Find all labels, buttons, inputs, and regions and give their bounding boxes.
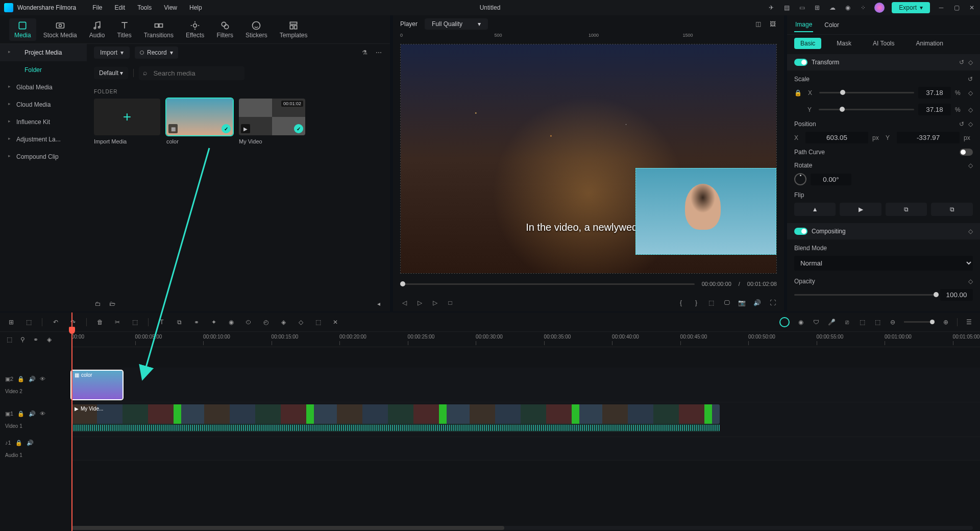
audio1-icon[interactable]: ♪1 [5,440,11,446]
playback-slider[interactable] [400,283,695,285]
snapshot-icon[interactable]: 📷 [738,299,746,306]
color-wheel-icon[interactable]: ◉ [227,319,235,326]
prev-frame-icon[interactable]: ◁ [400,299,408,306]
split-icon[interactable]: ✕ [331,319,339,326]
ai-icon[interactable]: ✦ [210,319,218,326]
mixer-icon[interactable]: ⎚ [843,319,851,326]
tab-transitions[interactable]: Transitions [139,18,179,41]
track2-lock-icon[interactable]: 🔒 [17,376,24,382]
redo-icon[interactable]: ↷ [69,319,77,326]
subtab-animation[interactable]: Animation [910,38,949,49]
send-icon[interactable]: ✈ [767,4,775,12]
volume-icon[interactable]: 🔊 [753,299,762,306]
tab-media[interactable]: Media [9,18,36,41]
preview-pip-clip[interactable] [635,168,776,255]
track-menu-icon[interactable]: ⬚ [5,336,13,343]
keyframe-opacity-icon[interactable]: ◇ [968,278,973,285]
link-toggle-icon[interactable]: ⚭ [32,336,40,343]
zoom-out-icon[interactable]: ⊖ [889,319,897,326]
reset-scale-icon[interactable]: ↺ [968,76,973,83]
play-pause-icon[interactable]: ▷ [415,299,424,306]
opacity-input[interactable] [940,289,973,301]
text-icon[interactable]: T [158,319,166,326]
sidebar-influence-kit[interactable]: Influence Kit [0,113,87,131]
transform-toggle[interactable] [794,59,807,66]
opacity-slider[interactable] [794,294,936,296]
record-timeline-icon[interactable] [779,317,790,327]
sidebar-folder[interactable]: Folder [0,61,87,79]
folder-icon[interactable]: 🗁 [108,300,116,307]
tab-titles[interactable]: Titles [112,18,136,41]
import-media-tile[interactable]: + Import Media [94,99,160,144]
crop-tl-icon[interactable]: ⬚ [131,319,139,326]
lock-scale-icon[interactable]: 🔒 [794,89,802,96]
position-y-input[interactable] [897,132,960,143]
news-icon[interactable]: ▤ [782,4,791,12]
record-button[interactable]: Record▾ [135,46,178,59]
menu-edit[interactable]: Edit [109,4,132,11]
new-folder-icon[interactable]: 🗀 [94,300,102,307]
voiceover-icon[interactable]: ◉ [797,319,805,326]
menu-help[interactable]: Help [183,4,208,11]
zoom-in-icon[interactable]: ⊕ [942,319,950,326]
timeline-ruler[interactable]: 00:00 00:00:05:00 00:00:10:00 00:00:15:0… [71,332,980,347]
stop-icon[interactable]: □ [446,299,454,306]
link-icon[interactable]: ⚭ [192,319,201,326]
position-x-input[interactable] [805,132,868,143]
clip-my-video[interactable]: ▶My Vide... [71,404,720,424]
keyframe-scale-x-icon[interactable]: ◇ [968,89,973,96]
media-thumb-color[interactable]: ▦ ✓ color [166,99,233,144]
export-button[interactable]: Export▾ [892,2,930,13]
maximize-icon[interactable]: ▢ [952,4,961,12]
range-icon[interactable]: ⬚ [873,319,881,326]
keyframe-rotate-icon[interactable]: ◇ [968,162,973,169]
keyframe-scale-y-icon[interactable]: ◇ [968,106,973,113]
select-icon[interactable]: ⬚ [24,319,33,326]
tab-effects[interactable]: Effects [181,18,209,41]
preview-canvas[interactable]: In the video, a newlywed co [400,44,777,274]
audio1-lock-icon[interactable]: 🔒 [15,440,22,446]
export-clip-icon[interactable]: ⬚ [858,319,866,326]
sidebar-adjustment-layer[interactable]: Adjustment La... [0,131,87,148]
track2-mute-icon[interactable]: 🔊 [29,376,36,382]
copy-icon[interactable]: ⧉ [175,319,183,326]
track2-video-icon[interactable]: ▣2 [5,376,13,382]
keyframe-transform-icon[interactable]: ◇ [968,59,973,66]
apps-icon[interactable]: ⁘ [859,4,867,12]
tag-icon[interactable]: ◈ [279,319,287,326]
key-icon[interactable]: ◇ [297,319,305,326]
props-tab-image[interactable]: Image [794,18,813,32]
monitor-icon[interactable]: 🖵 [723,299,731,306]
keyframe-position-icon[interactable]: ◇ [968,120,973,128]
menu-file[interactable]: File [86,4,108,11]
crop-icon[interactable]: ⬚ [707,299,716,306]
sidebar-compound-clip[interactable]: Compound Clip [0,148,87,165]
mic-icon[interactable]: 🎤 [827,319,836,326]
rotate-input[interactable] [811,174,851,185]
flip-copy2-button[interactable]: ⧉ [931,203,973,216]
timeline-scrollbar[interactable] [71,526,973,530]
subtab-mask[interactable]: Mask [830,38,857,49]
scale-y-input[interactable] [918,104,951,115]
tab-audio[interactable]: Audio [84,18,110,41]
display-icon[interactable]: ▭ [798,4,806,12]
expand-icon[interactable]: ⛶ [769,299,777,306]
path-curve-toggle[interactable] [960,149,973,156]
flip-horizontal-button[interactable]: ▲ [794,203,836,216]
scale-x-input[interactable] [918,87,951,99]
menu-view[interactable]: View [158,4,183,11]
clip-color[interactable]: ▦color [71,371,122,399]
headset-icon[interactable]: ◉ [844,4,852,12]
track2-hide-icon[interactable]: 👁 [40,376,45,382]
reset-transform-icon[interactable]: ↺ [959,59,964,66]
safe-icon[interactable]: 🛡 [812,319,820,326]
props-tab-color[interactable]: Color [823,18,840,32]
subtab-ai-tools[interactable]: AI Tools [867,38,900,49]
playhead[interactable] [71,312,72,531]
list-icon[interactable]: ☰ [965,319,973,326]
filter-icon[interactable]: ⚗ [360,49,369,56]
scale-y-slider[interactable] [819,109,914,110]
compare-icon[interactable]: ◫ [754,20,763,28]
picture-icon[interactable]: 🖼 [769,20,777,28]
magnet-icon[interactable]: ⚲ [18,336,27,343]
